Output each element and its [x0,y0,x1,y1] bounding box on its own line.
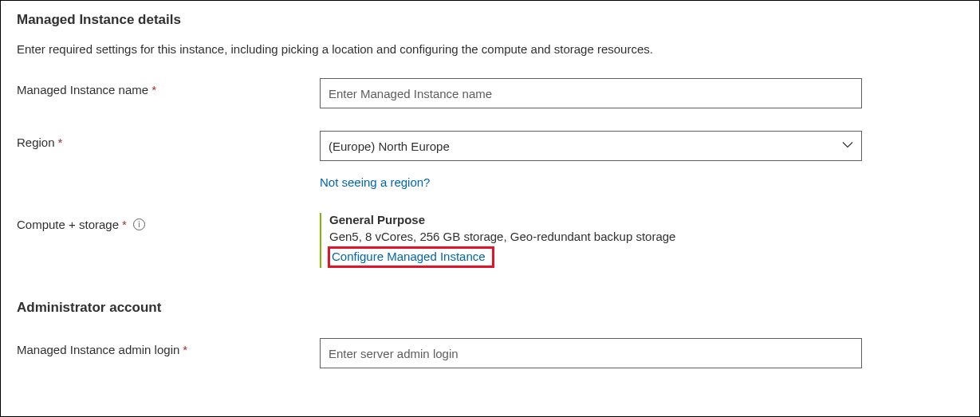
control-col [320,338,862,368]
region-label: Region [17,136,55,149]
region-selected-value: (Europe) North Europe [329,140,450,153]
region-select-wrapper: (Europe) North Europe [320,131,862,161]
section-heading-admin: Administrator account [17,300,963,316]
form-row-instance-name: Managed Instance name * [17,78,963,108]
required-asterisk: * [152,83,156,96]
configure-highlight: Configure Managed Instance [328,246,494,268]
configure-managed-instance-link[interactable]: Configure Managed Instance [332,250,486,263]
compute-tier: General Purpose [329,213,862,226]
instance-name-input[interactable] [320,78,862,108]
label-col: Managed Instance admin login * [17,338,320,356]
compute-spec: Gen5, 8 vCores, 256 GB storage, Geo-redu… [329,230,862,243]
managed-instance-panel: Managed Instance details Enter required … [0,0,980,417]
section-description: Enter required settings for this instanc… [17,42,963,56]
label-col: Region * [17,131,320,149]
admin-login-input[interactable] [320,338,862,368]
required-asterisk: * [58,136,63,149]
required-asterisk: * [122,218,127,231]
form-row-region: Region * (Europe) North Europe [17,131,963,161]
admin-login-label: Managed Instance admin login [17,343,179,356]
instance-name-label: Managed Instance name [17,83,148,96]
required-asterisk: * [183,343,187,356]
compute-summary-block: General Purpose Gen5, 8 vCores, 256 GB s… [320,213,862,268]
control-col: General Purpose Gen5, 8 vCores, 256 GB s… [320,213,862,268]
form-row-admin-login: Managed Instance admin login * [17,338,963,368]
compute-storage-label: Compute + storage [17,218,119,231]
region-select[interactable]: (Europe) North Europe [320,131,862,161]
region-helper-row: Not seeing a region? [320,175,963,189]
label-col: Compute + storage * i [17,213,320,231]
control-col: (Europe) North Europe [320,131,862,161]
control-col [320,78,862,108]
form-row-compute-storage: Compute + storage * i General Purpose Ge… [17,213,963,268]
section-heading-details: Managed Instance details [17,12,963,28]
info-icon[interactable]: i [133,218,145,230]
not-seeing-region-link[interactable]: Not seeing a region? [320,175,430,189]
label-col: Managed Instance name * [17,78,320,96]
